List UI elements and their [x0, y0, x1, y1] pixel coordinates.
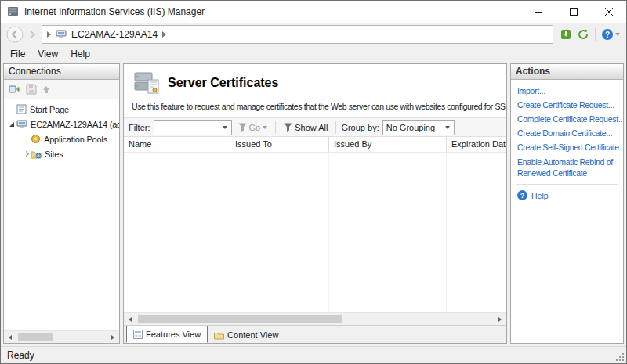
tree-item-label: Start Page: [30, 105, 69, 114]
list-horizontal-scrollbar[interactable]: [124, 312, 506, 325]
scroll-right-button[interactable]: [494, 313, 506, 325]
actions-header: Actions: [511, 64, 623, 80]
scroll-left-button[interactable]: [124, 313, 136, 325]
scrollbar-thumb[interactable]: [138, 315, 342, 323]
chevron-down-icon: [223, 126, 227, 129]
window-controls: [520, 1, 626, 23]
group-by-dropdown-button[interactable]: [442, 121, 454, 135]
view-tabs: Features View Content View: [124, 325, 506, 343]
filter-input[interactable]: [154, 120, 232, 135]
iis-manager-window: Internet Information Services (IIS) Mana…: [0, 0, 627, 364]
action-create-self-signed-certificate[interactable]: Create Self-Signed Certificate...: [511, 140, 623, 154]
column-header-expiration-date[interactable]: Expiration Date: [447, 137, 506, 152]
toolbar-separator: [595, 28, 596, 41]
iis-app-icon: [7, 5, 20, 18]
go-button[interactable]: Go: [235, 120, 271, 135]
toolbar-separator: [335, 121, 336, 134]
tab-label: Content View: [227, 330, 278, 340]
actions-list: Import... Create Certificate Request... …: [511, 80, 623, 343]
tree-item-application-pools[interactable]: Application Pools: [4, 132, 119, 146]
action-enable-automatic-rebind[interactable]: Enable Automatic Rebind of Renewed Certi…: [511, 154, 623, 181]
menu-file[interactable]: File: [4, 46, 31, 62]
save-connections-button[interactable]: [26, 84, 37, 95]
connections-horizontal-scrollbar[interactable]: [4, 330, 119, 343]
scroll-left-icon: [129, 317, 132, 322]
back-button[interactable]: [5, 25, 24, 44]
help-icon: ?: [517, 190, 527, 200]
show-all-button[interactable]: Show All: [281, 120, 331, 135]
funnel-icon: [284, 123, 292, 132]
connections-toolbar: [4, 80, 119, 99]
filter-dropdown-button[interactable]: [219, 121, 231, 135]
help-icon: ?: [602, 29, 613, 40]
tab-features-view[interactable]: Features View: [126, 326, 208, 343]
server-certificates-icon: [132, 70, 160, 96]
feature-panel: Server Certificates Use this feature to …: [123, 63, 507, 344]
tab-label: Features View: [146, 330, 201, 339]
application-pools-icon: [31, 134, 41, 144]
back-arrow-icon: [5, 25, 24, 44]
filter-toolbar: Filter: Go Show All Group by:: [124, 117, 506, 137]
action-create-certificate-request[interactable]: Create Certificate Request...: [511, 98, 623, 112]
list-column-headers: Name Issued To Issued By Expiration Date: [124, 137, 506, 153]
collapsed-arrow-icon[interactable]: [23, 151, 28, 157]
maximize-button[interactable]: [556, 1, 591, 23]
breadcrumb[interactable]: EC2AMAZ-129AA14: [42, 25, 553, 44]
tree-item-label: EC2AMAZ-129AA14 (adfsreds: [31, 120, 119, 129]
minimize-button[interactable]: [520, 1, 556, 23]
scroll-left-button[interactable]: [4, 331, 16, 343]
status-text: Ready: [7, 350, 34, 361]
connections-tree: Start Page EC2AMAZ-129AA14 (adfsreds App…: [4, 99, 119, 330]
help-label: Help: [531, 191, 549, 200]
forward-button[interactable]: [28, 25, 38, 44]
scroll-right-button[interactable]: [107, 331, 119, 343]
expanded-arrow-icon[interactable]: [9, 122, 14, 127]
column-header-issued-to[interactable]: Issued To: [230, 137, 329, 152]
feature-header: Server Certificates: [124, 64, 506, 97]
address-bar-tools: ?: [560, 28, 620, 41]
address-bar: EC2AMAZ-129AA14 ?: [1, 23, 626, 46]
actions-divider: [516, 184, 618, 185]
scrollbar-thumb[interactable]: [18, 333, 53, 341]
refresh-icon[interactable]: [578, 29, 589, 40]
tree-item-label: Application Pools: [44, 135, 107, 144]
create-connection-button[interactable]: [9, 84, 21, 95]
close-icon: [605, 8, 613, 16]
chevron-down-icon: [615, 33, 620, 36]
action-create-domain-certificate[interactable]: Create Domain Certificate...: [511, 126, 623, 140]
funnel-icon: [238, 123, 247, 132]
group-by-label: Group by:: [341, 123, 379, 132]
tab-content-view[interactable]: Content View: [208, 327, 285, 343]
menu-bar: File View Help: [1, 46, 626, 62]
menu-help[interactable]: Help: [64, 46, 96, 62]
tree-item-sites[interactable]: Sites: [4, 146, 119, 161]
close-button[interactable]: [591, 1, 626, 23]
tree-item-start-page[interactable]: Start Page: [4, 102, 119, 117]
help-button[interactable]: ?: [602, 29, 620, 40]
minimize-icon: [535, 8, 542, 16]
package-icon[interactable]: [560, 29, 571, 40]
group-by-select[interactable]: No Grouping: [382, 120, 455, 135]
column-header-issued-by[interactable]: Issued By: [329, 137, 447, 152]
list-body-empty[interactable]: [124, 153, 506, 312]
chevron-right-icon: [47, 31, 51, 38]
scrollbar-track[interactable]: [16, 331, 107, 343]
scrollbar-track[interactable]: [136, 313, 494, 325]
content-view-icon: [214, 331, 224, 340]
menu-view[interactable]: View: [31, 46, 64, 62]
forward-arrow-icon: [28, 25, 38, 44]
go-label: Go: [249, 123, 261, 132]
column-header-name[interactable]: Name: [124, 137, 230, 152]
action-complete-certificate-request[interactable]: Complete Certificate Request...: [511, 112, 623, 126]
chevron-right-icon: [162, 31, 166, 38]
scroll-right-icon: [111, 335, 114, 340]
action-help[interactable]: ? Help: [511, 187, 623, 204]
show-all-label: Show All: [295, 123, 328, 132]
up-button[interactable]: [42, 85, 51, 94]
tree-item-server[interactable]: EC2AMAZ-129AA14 (adfsreds: [4, 117, 119, 132]
status-bar: Ready: [1, 346, 626, 363]
server-icon: [16, 120, 27, 129]
scroll-right-icon: [498, 317, 502, 322]
resize-grip-icon[interactable]: [615, 352, 625, 362]
action-import[interactable]: Import...: [511, 84, 623, 98]
